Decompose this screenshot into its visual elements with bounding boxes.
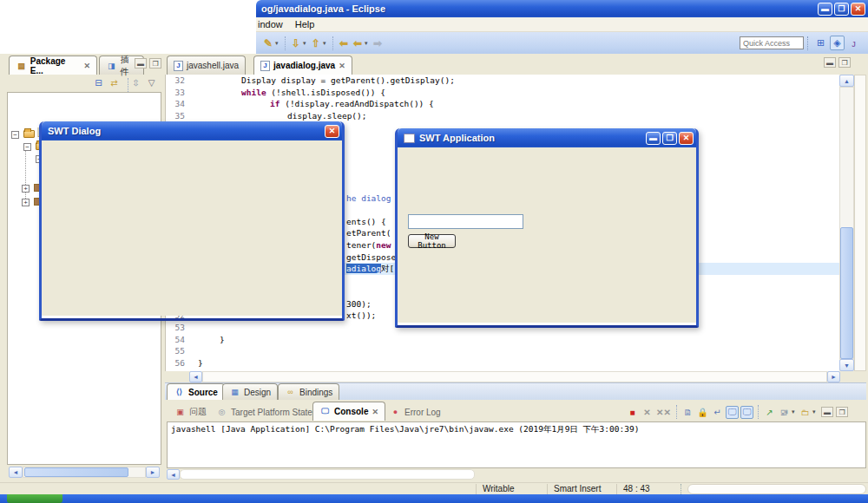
code-line-35[interactable]: 35display.sleep(); [166, 110, 839, 122]
start-button[interactable] [7, 494, 62, 503]
tab-bindings[interactable]: ∞ Bindings [278, 383, 339, 400]
code-line-55[interactable]: 55 [166, 345, 839, 357]
console-area: ▣ 问题 ◎ Target Platform State 🖵 Console ✕… [165, 400, 868, 482]
display-selected-console-icon[interactable]: 🖳 [778, 406, 791, 419]
scroll-right-icon[interactable]: ► [827, 371, 840, 382]
open-perspective-icon[interactable]: ⊞ [813, 36, 828, 50]
console-line: javashell [Java Application] C:\Program … [168, 422, 865, 437]
java-browsing-perspective-icon[interactable]: ᴊ [846, 36, 861, 50]
console-output[interactable]: javashell [Java Application] C:\Program … [167, 421, 866, 468]
terminate-icon[interactable]: ■ [626, 406, 639, 419]
tab-problems[interactable]: ▣ 问题 [168, 403, 213, 421]
console-maximize-icon[interactable]: ❒ [836, 407, 848, 417]
scroll-left-icon[interactable]: ◄ [167, 469, 180, 480]
link-with-editor-icon[interactable]: ⇄ [108, 76, 121, 89]
forward-icon[interactable]: ➡ [371, 36, 385, 50]
close-tab-icon[interactable]: ✕ [372, 408, 378, 416]
java-perspective-icon[interactable]: ◈ [830, 36, 845, 50]
view-minimize-icon[interactable]: ▬ [135, 58, 147, 69]
focus-icon[interactable]: ⇳ [129, 76, 142, 89]
close-tab-icon[interactable]: ✕ [339, 62, 345, 70]
close-button[interactable]: ✕ [851, 3, 865, 16]
vscroll-thumb[interactable] [840, 227, 853, 359]
pin-console-icon[interactable]: ↗ [763, 406, 776, 419]
remove-launch-icon[interactable]: ✕ [641, 406, 654, 419]
swt-application-window[interactable]: SWT Application ▬ ❒ ✕ New Button [395, 128, 699, 328]
restore-button[interactable]: ❐ [834, 3, 849, 16]
debug-tool-icon[interactable]: ⇩ [289, 36, 303, 50]
line-number: 57 [166, 369, 185, 371]
swt-app-text-input[interactable] [408, 214, 523, 229]
back-icon[interactable]: ⬅ [351, 36, 365, 50]
tab-console[interactable]: 🖵 Console ✕ [312, 402, 385, 421]
console-minimize-icon[interactable]: ▬ [821, 407, 833, 417]
hscroll-thumb[interactable] [24, 467, 128, 477]
menu-item-help[interactable]: Help [295, 19, 315, 29]
tab-package-explorer[interactable]: ▤ Package E... ✕ [9, 56, 97, 75]
collapse-toggle-icon[interactable]: − [23, 143, 31, 151]
quick-access-input[interactable] [740, 36, 804, 49]
open-console-dropdown-icon[interactable]: ▾ [812, 408, 819, 415]
scroll-left-icon[interactable]: ◄ [189, 371, 202, 382]
scroll-left-icon[interactable]: ◄ [9, 467, 23, 478]
run-tool-icon[interactable]: ✎ [261, 36, 275, 50]
code-line-32[interactable]: 32Display display = getParent().getDispl… [166, 75, 839, 87]
console-dropdown-icon[interactable]: ▾ [792, 408, 798, 415]
menu-item-window[interactable]: indow [258, 19, 283, 29]
scroll-right-icon[interactable]: ► [146, 467, 160, 478]
view-menu-icon[interactable]: ▽ [145, 76, 158, 89]
swt-dialog-window[interactable]: SWT Dialog ✕ [39, 121, 345, 321]
tab-error-log[interactable]: ● Error Log [384, 403, 447, 421]
tab-target-platform[interactable]: ◎ Target Platform State [210, 403, 319, 421]
taskbar[interactable] [0, 494, 868, 503]
collapse-toggle-icon[interactable]: − [11, 131, 19, 139]
coverage-tool-icon[interactable]: ⇧ [309, 36, 323, 50]
code-line-33[interactable]: 33while (!shell.isDisposed()) { [166, 87, 839, 99]
remove-all-launches-icon[interactable]: ✕✕ [655, 406, 672, 419]
tab-label: Bindings [299, 388, 332, 397]
code-line-34[interactable]: 34if (!display.readAndDispatch()) { [166, 98, 839, 110]
code-line-54[interactable]: 54} [166, 334, 839, 346]
debug-dropdown-icon[interactable]: ▾ [303, 40, 309, 47]
close-tab-icon[interactable]: ✕ [83, 62, 90, 70]
tab-javadialog[interactable]: J javadialog.java ✕ [253, 56, 352, 75]
run-dropdown-icon[interactable]: ▾ [275, 40, 281, 47]
status-writable: Writable [483, 484, 515, 493]
code-line-56[interactable]: 56} [166, 357, 839, 369]
swt-dialog-titlebar[interactable]: SWT Dialog ✕ [42, 121, 342, 140]
show-on-stdout-icon[interactable]: 🖵 [726, 406, 739, 419]
editor-minimize-icon[interactable]: ▬ [824, 57, 836, 68]
swt-dialog-close-icon[interactable]: ✕ [325, 125, 339, 138]
swt-app-maximize-icon[interactable]: ❒ [662, 132, 677, 145]
expand-toggle-icon[interactable]: + [22, 199, 30, 206]
show-on-stderr-icon[interactable]: 🖵 [740, 406, 753, 419]
view-maximize-icon[interactable]: ❒ [149, 58, 161, 69]
word-wrap-icon[interactable]: ↵ [711, 406, 724, 419]
tab-source[interactable]: ⟨⟩ Source [167, 383, 225, 400]
swt-app-new-button[interactable]: New Button [408, 234, 456, 248]
tab-design[interactable]: ▦ Design [222, 383, 278, 400]
scroll-down-icon[interactable]: ▼ [839, 359, 854, 371]
editor-maximize-icon[interactable]: ❒ [838, 57, 851, 68]
back-dropdown-icon[interactable]: ▾ [365, 40, 371, 47]
tab-label: javashell.java [187, 61, 239, 70]
line-number: 33 [166, 87, 185, 99]
scroll-lock-icon[interactable]: 🔒 [696, 406, 709, 419]
collapse-all-icon[interactable]: ⊟ [92, 76, 105, 89]
minimize-button[interactable]: ▬ [818, 3, 832, 16]
eclipse-titlebar[interactable]: og/javadialog.java - Eclipse ▬ ❐ ✕ [256, 0, 868, 17]
package-explorer-icon: ▤ [16, 61, 27, 71]
scroll-up-icon[interactable]: ▲ [839, 75, 854, 87]
open-console-icon[interactable]: 🗀 [799, 406, 812, 419]
plugin-icon: ◨ [106, 61, 117, 71]
swt-app-titlebar[interactable]: SWT Application ▬ ❒ ✕ [398, 128, 696, 147]
swt-app-close-icon[interactable]: ✕ [679, 132, 694, 145]
clear-console-icon[interactable]: 🗎 [681, 406, 694, 419]
last-edit-location-icon[interactable]: ⬅ [337, 36, 351, 50]
editor-tab-area: J javashell.java J javadialog.java ✕ ▬ ❒ [165, 54, 859, 75]
tab-javashell[interactable]: J javashell.java [167, 56, 246, 75]
expand-toggle-icon[interactable]: + [22, 185, 30, 193]
coverage-dropdown-icon[interactable]: ▾ [323, 40, 329, 47]
java-file-icon: J [174, 61, 183, 71]
swt-app-minimize-icon[interactable]: ▬ [646, 132, 661, 145]
